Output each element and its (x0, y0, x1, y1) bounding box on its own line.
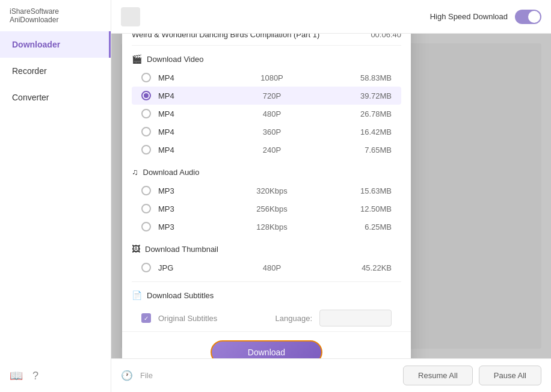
app-layout: iShareSoftware AniDownloader Downloader … (0, 0, 551, 392)
radio-mp3-256 (141, 204, 151, 213)
size-mp3-320: 15.63MB (349, 186, 392, 195)
sidebar-item-downloader[interactable]: Downloader (0, 31, 111, 58)
modal-overlay: https://www.youtube.com/watch?v=wTcfDGjB… (111, 34, 551, 358)
format-mp4-720p: MP4 (158, 91, 194, 100)
size-480p: 26.78MB (349, 109, 392, 118)
size-1080p: 58.83MB (349, 73, 392, 82)
add-button[interactable] (121, 7, 140, 26)
subtitles-section-icon: 📄 (132, 290, 142, 300)
radio-mp3-320 (141, 186, 151, 195)
format-mp4-360p: MP4 (158, 127, 194, 136)
quality-240p: 240P (194, 145, 349, 155)
download-thumbnail-label: Download Thumbnail (145, 245, 218, 254)
radio-jpg-480p (141, 263, 151, 272)
downloader-label: Downloader (12, 40, 60, 49)
format-mp3-320: MP3 (158, 186, 194, 195)
quality-256kbps: 256Kbps (194, 204, 349, 213)
high-speed-toggle[interactable] (515, 10, 541, 24)
download-audio-header: ♫ Download Audio (132, 159, 401, 182)
clock-icon: 🕐 (121, 370, 133, 381)
toolbar-right: High Speed Download (430, 10, 541, 24)
bottom-bar: 🕐 File Resume All Pause All (111, 358, 551, 392)
format-mp4-1080p: MP4 (158, 73, 194, 82)
thumbnail-option-480p[interactable]: JPG 480P 45.22KB (132, 259, 401, 277)
radio-240p (141, 145, 151, 155)
help-icon[interactable]: ? (32, 370, 38, 382)
resume-all-button[interactable]: Resume All (403, 366, 473, 385)
modal-content: Weird & Wonderful Dancing Birds Compilat… (122, 34, 411, 331)
quality-128kbps: 128Kbps (194, 222, 349, 231)
video-option-720p[interactable]: MP4 720P 39.72MB (132, 87, 401, 105)
video-duration: 00:06:40 (371, 34, 401, 39)
video-option-360p[interactable]: MP4 360P 16.42MB (132, 123, 401, 141)
thumbnail-section-icon: 🖼 (132, 244, 140, 254)
format-mp3-256: MP3 (158, 204, 194, 213)
format-mp4-480p: MP4 (158, 109, 194, 118)
video-option-1080p[interactable]: MP4 1080P 58.83MB (132, 69, 401, 87)
radio-inner-720p (144, 93, 149, 98)
pause-all-button[interactable]: Pause All (479, 366, 541, 385)
subtitles-row: ✓ Original Subtitles Language: (132, 305, 401, 331)
app-title: iShareSoftware AniDownloader (0, 0, 111, 31)
converter-label: Converter (12, 93, 49, 102)
app-window: iShareSoftware AniDownloader Downloader … (0, 0, 551, 392)
high-speed-label: High Speed Download (430, 12, 508, 21)
language-select[interactable] (319, 310, 392, 326)
download-subtitles-header: 📄 Download Subtitles (132, 281, 401, 305)
download-dialog: https://www.youtube.com/watch?v=wTcfDGjB… (122, 34, 411, 358)
toggle-knob (528, 11, 540, 23)
size-jpg: 45.22KB (349, 263, 392, 272)
sidebar-item-converter[interactable]: Converter (0, 84, 111, 111)
format-mp4-240p: MP4 (158, 145, 194, 155)
video-title: Weird & Wonderful Dancing Birds Compilat… (132, 34, 319, 39)
video-info: Weird & Wonderful Dancing Birds Compilat… (132, 34, 401, 46)
modal-footer: Download (122, 331, 411, 358)
download-thumbnail-header: 🖼 Download Thumbnail (132, 236, 401, 259)
original-subtitles-checkbox[interactable]: ✓ (141, 313, 151, 323)
audio-option-320kbps[interactable]: MP3 320Kbps 15.63MB (132, 182, 401, 200)
file-label: File (140, 371, 153, 380)
quality-720p: 720P (194, 91, 349, 100)
video-option-480p[interactable]: MP4 480P 26.78MB (132, 105, 401, 123)
sidebar-nav: Downloader Recorder Converter (0, 31, 111, 111)
recorder-label: Recorder (12, 66, 47, 76)
sidebar: iShareSoftware AniDownloader Downloader … (0, 0, 111, 392)
video-section-icon: 🎬 (132, 54, 142, 64)
quality-1080p: 1080P (194, 73, 349, 82)
language-label: Language: (276, 314, 312, 323)
download-button[interactable]: Download (211, 340, 322, 358)
size-mp3-128: 6.25MB (349, 222, 392, 231)
audio-option-128kbps[interactable]: MP3 128Kbps 6.25MB (132, 218, 401, 236)
download-video-label: Download Video (147, 55, 203, 64)
download-video-header: 🎬 Download Video (132, 46, 401, 69)
original-subtitles-label: Original Subtitles (158, 314, 217, 323)
book-icon[interactable]: 📖 (10, 369, 23, 382)
bottom-btn-group: Resume All Pause All (403, 366, 541, 385)
audio-section-icon: ♫ (132, 167, 138, 177)
quality-360p: 360P (194, 127, 349, 136)
download-audio-label: Download Audio (143, 168, 200, 177)
download-subtitles-label: Download Subtitles (147, 291, 214, 300)
size-240p: 7.65MB (349, 145, 392, 155)
quality-480p: 480P (194, 109, 349, 118)
size-360p: 16.42MB (349, 127, 392, 136)
size-720p: 39.72MB (349, 91, 392, 100)
radio-720p (141, 91, 151, 100)
quality-jpg-480p: 480P (194, 263, 349, 272)
sidebar-item-recorder[interactable]: Recorder (0, 58, 111, 84)
format-jpg: JPG (158, 263, 194, 272)
quality-320kbps: 320Kbps (194, 186, 349, 195)
sidebar-footer: 📖 ? (0, 360, 111, 392)
video-option-240p[interactable]: MP4 240P 7.65MB (132, 141, 401, 159)
radio-1080p (141, 73, 151, 82)
radio-480p (141, 109, 151, 118)
main-content: High Speed Download 📄 https://www. (111, 0, 551, 392)
radio-mp3-128 (141, 222, 151, 231)
toolbar: High Speed Download (111, 0, 551, 34)
audio-option-256kbps[interactable]: MP3 256Kbps 12.50MB (132, 200, 401, 218)
size-mp3-256: 12.50MB (349, 204, 392, 213)
radio-360p (141, 127, 151, 136)
format-mp3-128: MP3 (158, 222, 194, 231)
content-area: 📄 https://www.youtube.com/watch?v=wTcfDG… (111, 34, 551, 358)
